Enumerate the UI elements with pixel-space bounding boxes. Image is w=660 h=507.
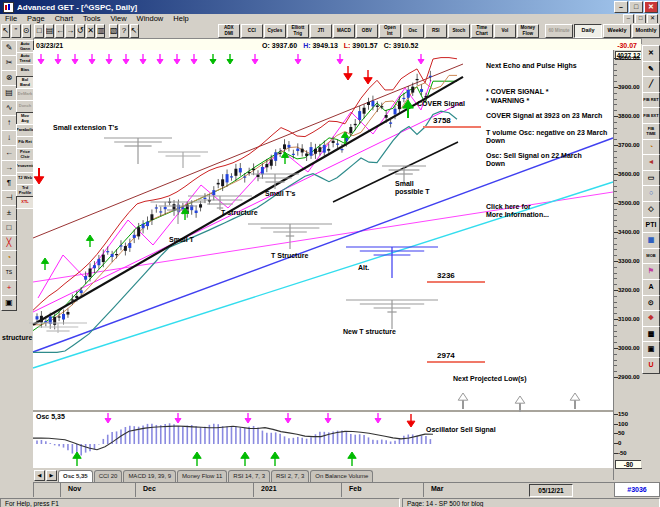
candle-body[interactable]: [371, 101, 374, 107]
print-icon[interactable]: ▧: [109, 24, 118, 38]
candle-body[interactable]: [283, 144, 286, 149]
elliott-icon[interactable]: ∿: [1, 100, 17, 116]
quotes-icon[interactable]: ”: [11, 24, 20, 38]
candle-body[interactable]: [394, 109, 397, 115]
candle-body[interactable]: [411, 87, 414, 93]
grid2-tool[interactable]: ▩: [642, 326, 660, 343]
candle-body[interactable]: [327, 149, 330, 151]
candle-body[interactable]: [102, 255, 105, 262]
chart-annotation[interactable]: Click here for More Information...: [486, 203, 549, 219]
candle-body[interactable]: [217, 183, 220, 185]
scroll-left-icon[interactable]: ←: [1, 145, 17, 161]
tab-osc-5-35[interactable]: Osc 5,35: [58, 470, 93, 482]
tab-cci-20[interactable]: CCI 20: [94, 470, 123, 482]
blank-icon[interactable]: □: [1, 220, 17, 236]
refresh-icon[interactable]: ↺: [76, 24, 85, 38]
candle-body[interactable]: [257, 174, 260, 176]
study-button-money-flow[interactable]: Money Flow: [517, 24, 539, 38]
tab-rsi-2-7-3[interactable]: RSI 2, 7, 3: [271, 470, 309, 482]
forward-icon[interactable]: →: [65, 24, 74, 38]
study-button-osc[interactable]: Osc: [402, 24, 424, 38]
copy-tool[interactable]: ▣: [642, 341, 660, 358]
price-chart-pane[interactable]: Small extension T'sSmall TSmall T'sT str…: [33, 50, 613, 412]
child-restore-button[interactable]: □: [635, 14, 646, 24]
candle-body[interactable]: [142, 224, 145, 228]
magnifier-tool[interactable]: ⊙: [642, 295, 660, 312]
menu-help[interactable]: Help: [168, 14, 193, 23]
pti-button[interactable]: PTI: [642, 217, 660, 234]
scroll-down-icon[interactable]: ↓: [1, 130, 17, 146]
candle-body[interactable]: [128, 243, 131, 248]
candle-body[interactable]: [115, 254, 118, 255]
candle-body[interactable]: [66, 312, 69, 315]
tab-rsi-14-7-3[interactable]: RSI 14, 7, 3: [228, 470, 270, 482]
study-button-jti[interactable]: JTI: [310, 24, 332, 38]
candle-body[interactable]: [58, 316, 61, 317]
tab-macd-19-39-9[interactable]: MACD 19, 39, 9: [123, 470, 176, 482]
study-button-stoch[interactable]: Stoch: [448, 24, 470, 38]
ts-icon[interactable]: TS: [1, 265, 17, 281]
candle-body[interactable]: [429, 76, 432, 77]
candle-body[interactable]: [234, 169, 237, 176]
candle-body[interactable]: [398, 101, 401, 109]
study-button-rsi[interactable]: RSI: [425, 24, 447, 38]
candle-body[interactable]: [248, 172, 251, 173]
close-chart-button[interactable]: ✕: [642, 45, 660, 62]
candle-body[interactable]: [239, 168, 242, 172]
candle-body[interactable]: [150, 214, 153, 220]
candle-body[interactable]: [221, 179, 224, 186]
candle-body[interactable]: [62, 314, 65, 320]
rectangle-tool[interactable]: ▭: [642, 170, 660, 187]
candle-body[interactable]: [212, 190, 215, 195]
candle-body[interactable]: [310, 147, 313, 156]
candle-body[interactable]: [340, 149, 343, 150]
compress-icon[interactable]: ⊣: [1, 190, 17, 206]
zoom-icon[interactable]: ⊙: [22, 24, 31, 38]
close-button[interactable]: ✕: [644, 1, 658, 13]
colors-tool[interactable]: ❖: [642, 310, 660, 327]
candle-body[interactable]: [124, 246, 127, 251]
fib-extension-tool[interactable]: FIB EXT: [642, 107, 660, 124]
angles-tool[interactable]: ◇: [642, 201, 660, 218]
menu-view[interactable]: View: [105, 14, 131, 23]
text-tool[interactable]: A: [642, 279, 660, 296]
gann-tool[interactable]: ◔: [642, 139, 660, 156]
candle-body[interactable]: [155, 207, 158, 208]
candle-body[interactable]: [416, 79, 419, 80]
period-button-daily[interactable]: Daily: [574, 24, 602, 38]
left-study-xtl[interactable]: XTL: [16, 196, 34, 209]
study-button-open-int[interactable]: Open Int: [379, 24, 401, 38]
candle-body[interactable]: [363, 108, 366, 114]
candle-body[interactable]: [287, 145, 290, 148]
erase-icon[interactable]: ✂: [1, 55, 17, 71]
menu-chart[interactable]: Chart: [50, 14, 78, 23]
reset-icon[interactable]: ⊗: [1, 70, 17, 86]
minimize-button[interactable]: –: [614, 1, 628, 13]
study-button-vol[interactable]: Vol: [494, 24, 516, 38]
ellipse-tool[interactable]: ○: [642, 185, 660, 202]
fib-time-tool[interactable]: FIB TIME: [642, 123, 660, 140]
candle-body[interactable]: [40, 316, 43, 323]
candle-body[interactable]: [199, 204, 202, 207]
candle-body[interactable]: [36, 316, 39, 319]
candle-body[interactable]: [323, 145, 326, 153]
candle-body[interactable]: [111, 254, 114, 257]
menu-page[interactable]: Page: [22, 14, 50, 23]
study-button-cycles[interactable]: Cycles: [264, 24, 286, 38]
menu-tools[interactable]: Tools: [78, 14, 106, 23]
back-icon[interactable]: ←: [55, 24, 64, 38]
help-icon[interactable]: ?: [119, 24, 128, 38]
pointer-icon[interactable]: ↖: [1, 24, 10, 38]
child-close-button[interactable]: ✕: [647, 14, 658, 24]
candle-body[interactable]: [367, 102, 370, 105]
candle-body[interactable]: [402, 98, 405, 99]
candle-body[interactable]: [407, 90, 410, 98]
candle-body[interactable]: [261, 167, 264, 174]
candle-body[interactable]: [296, 149, 299, 151]
restore-button[interactable]: □: [629, 1, 643, 13]
candle-body[interactable]: [305, 154, 308, 156]
new-chart-icon[interactable]: □: [34, 24, 43, 38]
underline-button[interactable]: U: [642, 357, 660, 374]
expand-icon[interactable]: ±: [1, 205, 17, 221]
candle-body[interactable]: [270, 160, 273, 166]
